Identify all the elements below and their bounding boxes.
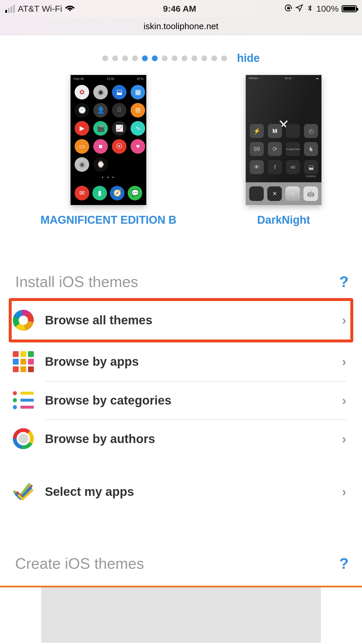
help-button[interactable]: ?: [339, 273, 349, 290]
page-content: hide Free 4G 21:59 29 % ✿ ◉ ⬓ ▦ 🕘 👤 ⠿: [0, 35, 362, 643]
carousel-dot[interactable]: [152, 55, 158, 61]
page-url: iskin.tooliphone.net: [144, 21, 219, 31]
clock-icon: 🕘: [75, 103, 89, 118]
youtube-icon: ▶: [75, 121, 89, 136]
help-button[interactable]: ?: [339, 555, 349, 572]
carousel-pagination: hide: [0, 35, 362, 75]
messenger-icon: ⚡: [250, 124, 264, 138]
carousel-dot[interactable]: [132, 55, 138, 61]
safari-url-bar[interactable]: iskin.tooliphone.net: [0, 18, 362, 35]
authors-icon: [12, 427, 35, 450]
bluetooth-icon: [306, 4, 313, 14]
preview-status-time: 15:13: [285, 77, 291, 80]
battery-percent: 100%: [316, 4, 339, 14]
reload-icon: ⟳: [268, 142, 282, 156]
dropbox-dk-icon: ⬓: [304, 160, 318, 174]
preview-status-left: Free 4G: [73, 77, 84, 80]
menu-item-label: Select my apps: [45, 485, 134, 499]
facetime-icon: ■: [93, 139, 108, 154]
phone-icon: ▮: [92, 186, 107, 200]
theme-card[interactable]: iSkinpie ○ 15:13 ▬ ✕ ⚡ M ◴ 99 ⟳ Google E…: [246, 75, 321, 226]
theme-preview-darknight: iSkinpie ○ 15:13 ▬ ✕ ⚡ M ◴ 99 ⟳ Google E…: [246, 75, 321, 205]
battery-icon: [342, 5, 357, 12]
calculator-icon: ⊞: [131, 103, 145, 118]
menu-item-browse-authors[interactable]: Browse by authors ›: [12, 419, 350, 458]
menu-item-browse-all[interactable]: Browse all themes ›: [12, 301, 350, 340]
carousel-dot[interactable]: [122, 55, 128, 61]
ad-placeholder[interactable]: [41, 587, 321, 643]
menu-item-label: Browse all themes: [45, 313, 152, 327]
ios-status-bar: AT&T Wi-Fi 9:46 AM 100%: [0, 0, 362, 18]
section-title: Install iOS themes: [15, 273, 138, 290]
quote-icon: 99: [250, 142, 264, 156]
chevron-right-icon: ›: [342, 393, 346, 408]
location-icon: [295, 4, 303, 14]
hand-icon: 👁: [250, 160, 264, 174]
theme-title: MAGNIFICENT EDITION B: [41, 214, 177, 226]
preview-status-time: 21:59: [107, 77, 114, 80]
menu-item-select-apps[interactable]: Select my apps ›: [12, 473, 350, 511]
status-right: 100%: [284, 4, 357, 14]
cell-signal-icon: [5, 5, 15, 13]
camera-icon: ◉: [93, 85, 108, 99]
theme-preview-magnificent: Free 4G 21:59 29 % ✿ ◉ ⬓ ▦ 🕘 👤 ⠿ ⊞ ▶ 🎬 📈: [71, 75, 146, 205]
swirl-icon: [12, 309, 35, 332]
preview-status-right: 29 %: [137, 77, 143, 80]
theme-previews-row: Free 4G 21:59 29 % ✿ ◉ ⬓ ▦ 🕘 👤 ⠿ ⊞ ▶ 🎬 📈: [0, 75, 362, 238]
mail-m-icon: M: [268, 124, 282, 138]
grid9-icon: [12, 350, 35, 373]
carousel-dot[interactable]: [142, 55, 148, 61]
dropbox-icon: ⬓: [112, 85, 126, 99]
list-icon: [12, 388, 35, 412]
chevron-right-icon: ›: [342, 432, 346, 446]
facebook-icon: f: [268, 160, 282, 174]
preview-status-battery: ▬: [316, 77, 319, 80]
carousel-dot[interactable]: [182, 55, 187, 61]
checks-icon: [12, 480, 35, 503]
menu-item-browse-apps[interactable]: Browse by apps ›: [12, 342, 350, 381]
ebay-icon: eb: [286, 160, 300, 174]
menu-item-browse-categories[interactable]: Browse by categories ›: [12, 381, 350, 419]
health-icon: ♥: [131, 139, 145, 154]
phone-app-icon: ⠿: [112, 103, 126, 118]
carousel-dot[interactable]: [191, 55, 197, 61]
menu-item-label: Browse by categories: [45, 393, 171, 407]
theme-card[interactable]: Free 4G 21:59 29 % ✿ ◉ ⬓ ▦ 🕘 👤 ⠿ ⊞ ▶ 🎬 📈: [41, 75, 177, 226]
section-header-create: Create iOS themes ?: [0, 511, 362, 580]
dock-app-icon: 🤖: [303, 186, 318, 201]
section-header-install: Install iOS themes ?: [0, 238, 362, 298]
calendar-icon: ▦: [131, 85, 145, 99]
install-menu: Browse all themes › Browse by apps ›: [0, 298, 362, 511]
dock-app-icon: ✕: [267, 186, 282, 201]
settings-icon: ◉: [75, 157, 89, 172]
theme-title: DarkNight: [257, 214, 310, 226]
carousel-dot[interactable]: [211, 55, 217, 61]
safari-icon: 🧭: [110, 186, 124, 200]
annotation-highlight: Browse all themes ›: [9, 298, 353, 342]
menu-item-label: Browse by authors: [45, 432, 155, 446]
carousel-dot[interactable]: [201, 55, 207, 61]
carousel-dot[interactable]: [112, 55, 118, 61]
stocks-icon: 📈: [112, 121, 126, 136]
menu-item-label: Browse by apps: [45, 355, 139, 369]
carousel-dot[interactable]: [102, 55, 108, 61]
carousel-dot[interactable]: [221, 55, 227, 61]
hide-carousel-link[interactable]: hide: [237, 52, 260, 64]
chevron-right-icon: ›: [342, 354, 346, 369]
status-time: 9:46 AM: [163, 4, 196, 14]
dock-app-icon: [249, 186, 264, 201]
section-title: Create iOS themes: [15, 555, 144, 572]
maps-icon: ⦿: [112, 139, 126, 154]
movies-icon: 🎬: [93, 121, 108, 136]
wifi-icon: [65, 3, 75, 15]
orientation-lock-icon: [284, 4, 292, 14]
carousel-dot[interactable]: [172, 55, 178, 61]
carousel-dot[interactable]: [162, 55, 168, 61]
chevron-right-icon: ›: [342, 484, 346, 499]
watch-icon: ⌚: [93, 157, 108, 172]
dock-app-icon: ≡: [285, 186, 300, 201]
music-icon: ∿: [131, 121, 145, 136]
blank-icon: [286, 124, 300, 138]
chevron-right-icon: ›: [342, 313, 346, 328]
knight-icon: ♞: [304, 142, 318, 156]
